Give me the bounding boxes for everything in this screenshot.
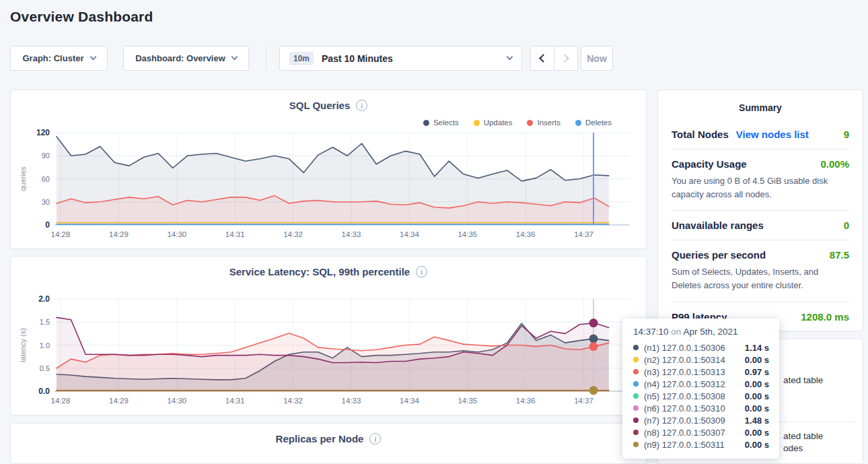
chevron-left-icon [539, 54, 548, 63]
unavailable-ranges-label: Unavailable ranges [672, 220, 764, 231]
node-series-dot-icon [633, 381, 639, 387]
svg-text:14:33: 14:33 [342, 397, 361, 405]
chevron-right-icon [560, 54, 569, 63]
summary-title: Summary [672, 102, 849, 113]
event-item-fragment: ated table [783, 375, 823, 385]
event-divider [778, 422, 855, 422]
info-icon[interactable]: i [369, 433, 381, 444]
service-latency-panel: Service Latency: SQL, 99th percentile i … [10, 256, 647, 416]
graph-dropdown[interactable]: Graph: Cluster [10, 46, 108, 71]
sql-queries-panel: SQL Queries i Selects Updates Inserts De… [10, 90, 647, 249]
tooltip-node-value: 0.00 s [745, 428, 769, 438]
queries-per-second-desc: Sum of Selects, Updates, Inserts, and De… [672, 265, 849, 292]
tooltip-node-row: (n3) 127.0.0.1:503130.97 s [633, 366, 769, 378]
tooltip-node-value: 1.48 s [745, 416, 769, 426]
svg-text:0.0: 0.0 [38, 387, 50, 396]
tooltip-node-value: 0.00 s [745, 355, 769, 365]
svg-text:14:29: 14:29 [109, 397, 129, 405]
svg-text:14:37: 14:37 [574, 397, 593, 405]
svg-text:14:32: 14:32 [283, 397, 303, 405]
time-next-button[interactable] [554, 46, 578, 71]
unavailable-ranges-value: 0 [844, 220, 849, 231]
tooltip-node-label: (n3) 127.0.0.1:50313 [644, 367, 725, 377]
sql-queries-title: SQL Queries [289, 100, 351, 111]
event-item-fragment: ated table [783, 431, 823, 441]
svg-text:14:35: 14:35 [458, 397, 477, 405]
svg-text:14:30: 14:30 [167, 230, 186, 238]
time-prev-button[interactable] [530, 46, 554, 71]
svg-text:14:30: 14:30 [167, 397, 186, 405]
overview-dashboard-page: Overview Dashboard Graph: Cluster Dashbo… [0, 0, 868, 464]
svg-text:14:36: 14:36 [516, 397, 536, 405]
svg-text:30: 30 [42, 198, 50, 206]
node-series-dot-icon [633, 345, 639, 350]
inserts-dot-icon [527, 120, 533, 126]
svg-text:0.5: 0.5 [40, 364, 50, 372]
time-range-selector[interactable]: 10m Past 10 Minutes [279, 46, 522, 71]
svg-text:14:28: 14:28 [51, 397, 71, 405]
tooltip-node-value: 0.00 s [745, 391, 769, 401]
replicas-per-node-title: Replicas per Node [276, 433, 364, 444]
tooltip-node-label: (n9) 127.0.0.1:50311 [644, 440, 725, 450]
legend-item-updates[interactable]: Updates [474, 119, 513, 127]
svg-text:14:36: 14:36 [516, 230, 536, 238]
legend-item-deletes[interactable]: Deletes [575, 119, 612, 127]
chevron-down-icon [89, 54, 96, 61]
tooltip-node-row: (n7) 127.0.0.1:503091.48 s [633, 414, 769, 426]
svg-text:queries: queries [19, 166, 27, 191]
node-series-dot-icon [633, 418, 639, 423]
now-button[interactable]: Now [581, 46, 613, 71]
chart-hover-tooltip: 14:37:10 on Apr 5th, 2021 (n1) 127.0.0.1… [622, 319, 779, 459]
controls-divider [266, 47, 266, 69]
dashboard-dropdown[interactable]: Dashboard: Overview [123, 46, 249, 71]
tooltip-node-value: 0.00 s [745, 379, 769, 389]
total-nodes-row: Total Nodes View nodes list 9 [672, 120, 849, 150]
updates-dot-icon [474, 120, 480, 126]
selects-dot-icon [423, 120, 429, 126]
svg-text:14:28: 14:28 [51, 230, 71, 238]
tooltip-node-label: (n5) 127.0.0.1:50308 [644, 391, 725, 401]
svg-text:1.5: 1.5 [40, 318, 50, 326]
queries-per-second-label: Queries per second [672, 249, 766, 261]
svg-text:14:34: 14:34 [400, 230, 419, 238]
info-icon[interactable]: i [416, 266, 427, 277]
svg-text:14:31: 14:31 [225, 230, 245, 238]
node-series-dot-icon [633, 357, 639, 362]
node-series-dot-icon [633, 442, 639, 447]
svg-text:90: 90 [42, 152, 50, 160]
info-icon[interactable]: i [356, 100, 367, 111]
legend-item-inserts[interactable]: Inserts [527, 119, 560, 127]
node-series-dot-icon [633, 430, 639, 435]
capacity-usage-row: Capacity Usage 0.00% You are using 0 B o… [672, 150, 849, 211]
svg-text:14:31: 14:31 [225, 397, 245, 405]
service-latency-title: Service Latency: SQL, 99th percentile [229, 266, 410, 277]
tooltip-node-value: 1.14 s [745, 343, 769, 353]
capacity-usage-label: Capacity Usage [672, 158, 747, 170]
tooltip-node-row: (n4) 127.0.0.1:503120.00 s [633, 378, 769, 390]
event-item-fragment: odes [783, 443, 803, 453]
page-title: Overview Dashboard [10, 9, 153, 25]
p99-latency-value: 1208.0 ms [801, 311, 849, 323]
graph-dropdown-label: Graph: Cluster [22, 53, 83, 63]
node-series-dot-icon [633, 393, 639, 399]
view-nodes-list-link[interactable]: View nodes list [736, 129, 809, 140]
tooltip-node-row: (n5) 127.0.0.1:503080.00 s [633, 390, 769, 402]
deletes-dot-icon [575, 120, 581, 126]
tooltip-node-row: (n6) 127.0.0.1:503100.00 s [633, 402, 769, 414]
svg-text:14:34: 14:34 [400, 397, 419, 405]
legend-item-selects[interactable]: Selects [423, 119, 459, 127]
now-button-label: Now [587, 53, 607, 64]
sql-queries-chart[interactable]: 14:2814:2914:3014:3114:3214:3314:3414:35… [11, 90, 647, 249]
unavailable-ranges-row: Unavailable ranges 0 [672, 211, 849, 240]
service-latency-chart[interactable]: 14:2814:2914:3014:3114:3214:3314:3414:35… [11, 257, 647, 416]
tooltip-node-value: 0.97 s [745, 367, 769, 377]
node-series-dot-icon [633, 369, 639, 374]
tooltip-node-label: (n4) 127.0.0.1:50312 [644, 379, 725, 389]
chevron-down-icon [231, 54, 238, 61]
total-nodes-label: Total Nodes [672, 129, 729, 140]
tooltip-node-label: (n1) 127.0.0.1:50306 [644, 343, 725, 353]
sql-queries-legend: Selects Updates Inserts Deletes [423, 119, 612, 127]
time-range-label: Past 10 Minutes [322, 53, 393, 64]
svg-text:14:33: 14:33 [342, 230, 361, 238]
svg-text:60: 60 [42, 175, 50, 183]
